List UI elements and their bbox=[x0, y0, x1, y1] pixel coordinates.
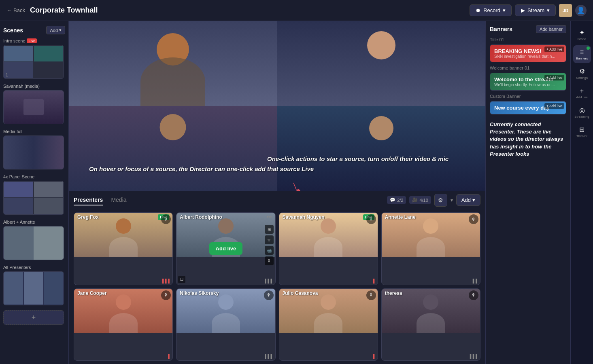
signal-annette: ▌▌ bbox=[473, 279, 478, 283]
tab-media[interactable]: Media bbox=[111, 195, 126, 205]
center-area: On hover or focus of a source, the Direc… bbox=[69, 21, 485, 364]
scene-item-intro[interactable]: Intro scene Live 1 bbox=[3, 38, 65, 79]
signal-nikolas: ▌▌▌ bbox=[265, 354, 273, 359]
presenter-card-nikolas[interactable]: Nikolas Sikorsky 🎙 ▌▌▌ bbox=[176, 288, 275, 361]
stream-icon: ▶ bbox=[521, 7, 525, 13]
nav-settings[interactable]: ⚙ Settings bbox=[573, 65, 591, 83]
scenes-title: Scenes bbox=[3, 27, 23, 34]
mosaic-cell-3 bbox=[69, 106, 277, 191]
mosaic-cell-1 bbox=[69, 21, 277, 106]
scene-thumb-intro: 1 bbox=[3, 45, 64, 79]
presenters-stat: 🎥 4/10 bbox=[409, 196, 431, 204]
nav-brand[interactable]: ✦ Brand bbox=[573, 26, 591, 44]
presenter-card-albert[interactable]: Albert Rodolphino ••• ⊞ ☆ 📹 🎙 bbox=[176, 212, 275, 285]
tab-presenters[interactable]: Presenters bbox=[74, 195, 103, 205]
signal-jane: ▌ bbox=[168, 354, 171, 359]
banners-icon: ≡ bbox=[580, 49, 584, 56]
presenter-annotation: Currently connected Presenter. These are… bbox=[490, 121, 566, 158]
nav-streaming[interactable]: ◎ Streaming bbox=[573, 104, 591, 121]
banner-card-welcome[interactable]: Welcome to the stream! We'll begin short… bbox=[490, 73, 566, 91]
expand-icon-albert[interactable]: ⊞ bbox=[265, 225, 274, 234]
banner-section-title01: Title 01 bbox=[490, 37, 566, 42]
record-chevron-icon: ▾ bbox=[503, 7, 506, 13]
back-arrow-icon: ← bbox=[6, 7, 12, 13]
scene-item-media-full[interactable]: Media full bbox=[3, 129, 65, 169]
signal-savannah: ▌ bbox=[373, 279, 376, 283]
mic-button-theresa[interactable]: 🎙 bbox=[469, 290, 478, 300]
presenter-card-jane[interactable]: Jane Cooper 🎙 ▌ bbox=[74, 288, 173, 361]
add-live-icon: + bbox=[580, 87, 584, 95]
scene-item-albert-annette[interactable]: Albert + Annette bbox=[3, 220, 65, 260]
mic-button-nikolas[interactable]: 🎙 bbox=[264, 290, 274, 300]
scene-thumb-savannah bbox=[3, 90, 64, 124]
banner-section-welcome: Welcome banner 01 bbox=[490, 66, 566, 70]
user-icon: 👤 bbox=[577, 6, 585, 14]
checkbox-albert[interactable]: ☐ bbox=[178, 276, 185, 283]
scene-item-savannah-media[interactable]: Savannah (media) bbox=[3, 84, 65, 124]
scene-item-panel[interactable]: 4x Panel Scene bbox=[3, 174, 65, 215]
banners-panel: Banners Add banner Title 01 BREAKING NEW… bbox=[485, 21, 570, 364]
presenters-icon: 🎥 bbox=[412, 197, 418, 203]
presenter-card-theresa[interactable]: theresa 🎙 ▌▌▌ bbox=[381, 288, 480, 361]
record-button[interactable]: ⏺ Record ▾ bbox=[470, 4, 512, 16]
main-layout: Scenes Add ▾ Intro scene Live 1 bbox=[0, 21, 593, 364]
chat-icon: 💬 bbox=[390, 197, 395, 203]
back-button[interactable]: ← Back bbox=[6, 7, 25, 13]
page-title: Corporate Townhall bbox=[30, 6, 465, 15]
star-icon-albert[interactable]: ☆ bbox=[265, 235, 274, 244]
nav-banners[interactable]: ≡ Banners bbox=[573, 45, 591, 63]
preview-bg: On hover or focus of a source, the Direc… bbox=[69, 21, 485, 191]
live-badge: Live bbox=[27, 38, 37, 43]
signal-theresa: ▌▌▌ bbox=[470, 354, 478, 359]
mic-button-jane[interactable]: 🎙 bbox=[161, 290, 171, 300]
preview-area: On hover or focus of a source, the Direc… bbox=[69, 21, 485, 191]
right-sidebar-nav: ✦ Brand ≡ Banners ⚙ Settings + Add live … bbox=[570, 21, 593, 364]
add-live-button[interactable]: Add live bbox=[209, 242, 243, 255]
settings-button[interactable]: ⚙ bbox=[434, 194, 447, 207]
presenter-card-greg[interactable]: Greg Fox Live 🎙 ▌▌▌ bbox=[74, 212, 173, 285]
streaming-icon: ◎ bbox=[579, 106, 585, 114]
scene-thumb-panel bbox=[3, 181, 64, 215]
presenter-card-savannah[interactable]: Savannah Nguyen Live 🎙 ▌ bbox=[279, 212, 378, 285]
topbar-right: ⏺ Record ▾ ▶ Stream ▾ JD 👤 bbox=[470, 4, 587, 17]
scene-thumb-albert-annette bbox=[3, 226, 64, 260]
right-container: Banners Add banner Title 01 BREAKING NEW… bbox=[485, 21, 593, 364]
signal-julio: ▌ bbox=[373, 354, 376, 359]
scenes-add-button[interactable]: Add ▾ bbox=[46, 26, 65, 34]
presenter-card-annette[interactable]: Annette Lane 🎙 ▌▌ bbox=[381, 212, 480, 285]
banner-card-breaking[interactable]: BREAKING NEWS! SNN investigation reveals… bbox=[490, 44, 566, 62]
stream-chevron-icon: ▾ bbox=[547, 7, 550, 13]
topbar: ← Back Corporate Townhall ⏺ Record ▾ ▶ S… bbox=[0, 0, 593, 21]
mic-button-annette[interactable]: 🎙 bbox=[469, 214, 478, 224]
bottom-panel: Presenters Media 💬 2/2 🎥 4/10 ⚙ ▾ A bbox=[69, 191, 485, 364]
presenter-grid: Greg Fox Live 🎙 ▌▌▌ Albert Rodolphino ••… bbox=[69, 209, 485, 364]
banner-section-custom: Custom Banner bbox=[490, 94, 566, 99]
presenter-card-julio[interactable]: Julio Casanova 🎙 ▌ bbox=[279, 288, 378, 361]
settings-icon: ⚙ bbox=[579, 68, 585, 75]
brand-icon: ✦ bbox=[579, 29, 584, 36]
mic-button-savannah[interactable]: 🎙 bbox=[366, 214, 376, 224]
video-icon-albert[interactable]: 📹 bbox=[265, 246, 274, 255]
scene-thumb-media-full bbox=[3, 135, 64, 169]
theater-icon: ⊞ bbox=[579, 126, 584, 133]
sidebar-header: Scenes Add ▾ bbox=[3, 26, 65, 34]
record-icon: ⏺ bbox=[476, 7, 481, 13]
add-banner-button[interactable]: Add banner bbox=[536, 25, 566, 33]
banner-card-custom[interactable]: New course every day + Add live bbox=[490, 101, 566, 114]
add-presenter-button[interactable]: Add ▾ bbox=[456, 194, 480, 206]
card-action-icons-albert: ⊞ ☆ 📹 🎙 bbox=[265, 225, 274, 265]
user-menu-button[interactable]: 👤 bbox=[575, 5, 587, 16]
add-chevron-icon: ▾ bbox=[59, 28, 62, 33]
banners-title: Banners bbox=[490, 26, 512, 32]
avatar[interactable]: JD bbox=[559, 4, 572, 17]
mic-icon-albert[interactable]: 🎙 bbox=[265, 256, 274, 265]
scene-thumb-all-presenters bbox=[3, 271, 64, 305]
signal-greg: ▌▌▌ bbox=[162, 279, 171, 283]
mic-button-julio[interactable]: 🎙 bbox=[366, 290, 376, 300]
nav-add-live[interactable]: + Add live bbox=[573, 84, 591, 102]
stream-button[interactable]: ▶ Stream ▾ bbox=[515, 4, 556, 16]
nav-theater[interactable]: ⊞ Theater bbox=[573, 123, 591, 141]
add-scene-button[interactable]: + bbox=[3, 310, 64, 325]
scene-item-all-presenters[interactable]: All Presenters bbox=[3, 265, 65, 305]
chat-stat: 💬 2/2 bbox=[387, 196, 406, 204]
